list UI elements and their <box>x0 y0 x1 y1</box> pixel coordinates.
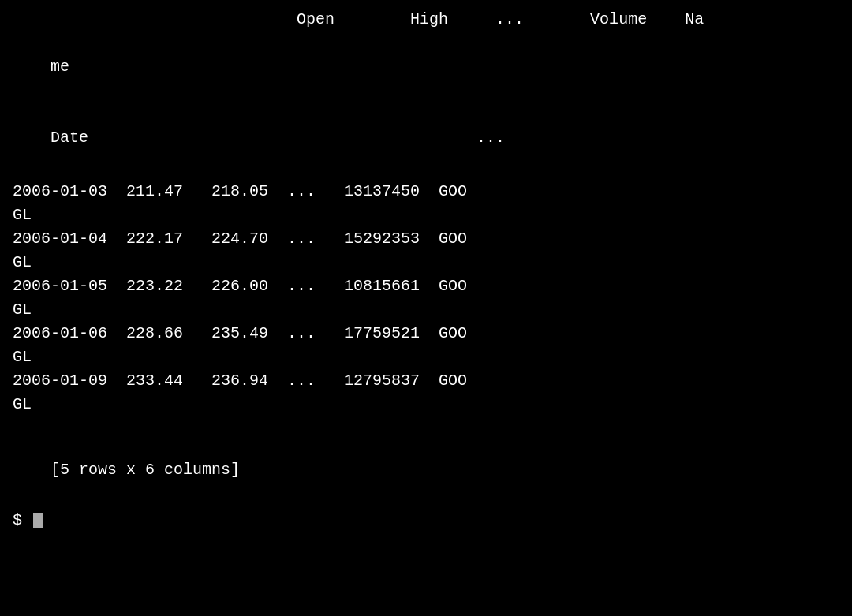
date-label: Date ... <box>50 129 505 147</box>
header-text: Open High ... Volume Na <box>13 8 704 32</box>
table-row: 2006-01-04 222.17 224.70 ... 15292353 GO… <box>13 227 839 251</box>
table-row-name: GL <box>13 251 839 274</box>
table-row: 2006-01-09 233.44 236.94 ... 12795837 GO… <box>13 369 839 393</box>
table-row-name: GL <box>13 345 839 369</box>
table-row-name: GL <box>13 393 839 416</box>
data-table: 2006-01-03 211.47 218.05 ... 13137450 GO… <box>13 180 839 416</box>
prompt-symbol: $ <box>13 508 32 533</box>
summary-text: [5 rows x 6 columns] <box>13 432 839 508</box>
table-row-name: GL <box>13 203 839 227</box>
cursor <box>33 513 43 528</box>
table-row: 2006-01-06 228.66 235.49 ... 17759521 GO… <box>13 322 839 345</box>
table-row: 2006-01-03 211.47 218.05 ... 13137450 GO… <box>13 180 839 203</box>
table-body: 2006-01-03 211.47 218.05 ... 13137450 GO… <box>13 180 839 416</box>
table-row-name: GL <box>13 298 839 322</box>
name-label: me <box>50 58 69 76</box>
rows-columns-label: [5 rows x 6 columns] <box>50 461 240 479</box>
table-row: 2006-01-05 223.22 226.00 ... 10815661 GO… <box>13 274 839 298</box>
sub-header-name: me <box>13 32 839 103</box>
prompt-line[interactable]: $ <box>13 508 839 533</box>
terminal: Open High ... Volume Na me Date ... 2006… <box>13 8 839 608</box>
sub-header-date: Date ... <box>13 103 839 174</box>
column-headers: Open High ... Volume Na <box>13 8 839 32</box>
